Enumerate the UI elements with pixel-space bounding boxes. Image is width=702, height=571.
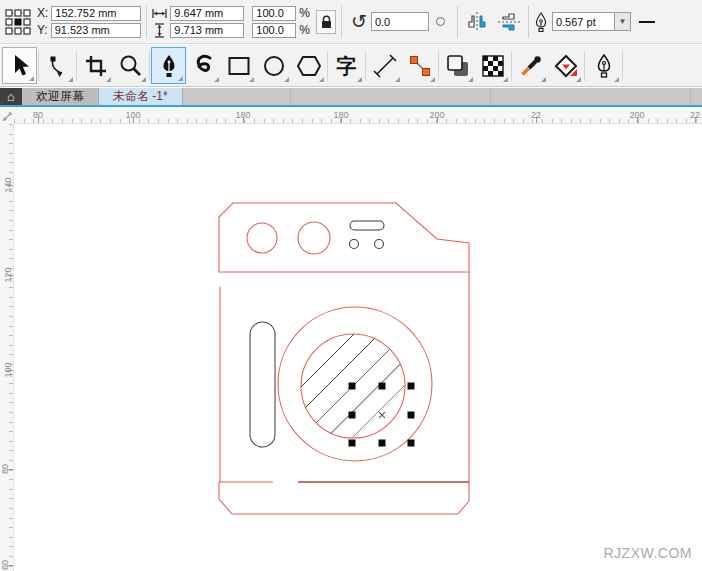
transparency-tool[interactable] xyxy=(475,47,510,84)
outline-pen-tool[interactable] xyxy=(586,47,621,84)
curve-hook-icon xyxy=(193,54,215,78)
divider xyxy=(584,51,585,81)
handle-top-left[interactable] xyxy=(349,383,356,390)
crop-tool[interactable] xyxy=(78,47,113,84)
dimension-icon xyxy=(373,54,397,78)
object-height-icon xyxy=(152,23,167,38)
knob-right[interactable] xyxy=(298,222,330,254)
checkerboard-icon xyxy=(482,55,504,77)
ruler-label: 22 xyxy=(531,110,541,120)
ruler-label: 180 xyxy=(235,110,250,120)
ruler-label: 80 xyxy=(33,110,43,120)
ellipse-tool[interactable] xyxy=(256,47,291,84)
percent-label-y: % xyxy=(299,23,310,37)
small-button-left[interactable] xyxy=(350,240,359,249)
line-style-preview[interactable] xyxy=(639,21,655,23)
scale-vertical-input[interactable] xyxy=(252,23,296,38)
rectangle-icon xyxy=(227,55,251,77)
zoom-tool[interactable] xyxy=(113,47,148,84)
handle-bottom-right[interactable] xyxy=(408,440,415,447)
rotation-icon: ↺ xyxy=(351,12,367,31)
text-tool[interactable]: 字 xyxy=(329,47,364,84)
magnifier-icon xyxy=(119,54,142,77)
divider xyxy=(146,6,147,38)
divider xyxy=(327,51,328,81)
scale-horizontal-input[interactable] xyxy=(252,6,296,21)
base-shape[interactable] xyxy=(219,482,469,514)
handle-top-right[interactable] xyxy=(408,383,415,390)
ruler-label: 180 xyxy=(333,110,348,120)
ruler-ticks xyxy=(14,119,702,123)
outline-width-combo[interactable]: ▼ xyxy=(552,12,631,31)
home-tab[interactable]: ⌂ xyxy=(0,88,22,105)
vertical-ruler[interactable]: 140 120 100 80 60 xyxy=(0,124,14,571)
display-slot[interactable] xyxy=(350,221,384,230)
handle-top-middle[interactable] xyxy=(379,383,386,390)
handle-middle-right[interactable] xyxy=(408,412,415,419)
crop-icon xyxy=(85,55,107,77)
outline-nib-icon xyxy=(595,54,613,78)
rotation-angle-input[interactable] xyxy=(371,12,429,31)
small-button-right[interactable] xyxy=(375,240,384,249)
mirror-vertical-button[interactable] xyxy=(495,9,523,35)
selection-center-marker[interactable] xyxy=(379,412,385,418)
connector-tool[interactable] xyxy=(402,47,437,84)
rotation-center-icon[interactable] xyxy=(436,17,445,26)
drop-shadow-tool[interactable] xyxy=(440,47,475,84)
ruler-label: 200 xyxy=(629,110,644,120)
divider xyxy=(438,51,439,81)
washing-machine-outline[interactable] xyxy=(219,203,469,514)
drawing-canvas[interactable]: RJZXW.COM xyxy=(14,124,702,571)
divider xyxy=(76,51,77,81)
ruler-label: 200 xyxy=(429,110,444,120)
ellipse-icon xyxy=(262,54,286,78)
divider xyxy=(38,51,39,81)
ruler-label: 100 xyxy=(125,110,140,120)
panel-details[interactable] xyxy=(250,221,384,447)
ruler-label: 22 xyxy=(690,110,700,120)
pen-tool[interactable] xyxy=(151,47,186,84)
document-tab-label: 未命名 -1* xyxy=(113,88,168,105)
divider xyxy=(457,6,458,38)
outline-width-icon xyxy=(534,12,548,32)
color-eyedropper-tool[interactable] xyxy=(513,47,548,84)
horizontal-ruler[interactable]: 80 100 180 180 200 22 200 22 xyxy=(14,109,702,124)
handle-bottom-left[interactable] xyxy=(349,440,356,447)
handle-middle-left[interactable] xyxy=(349,412,356,419)
top-panel-shape[interactable] xyxy=(219,203,469,272)
interactive-fill-tool[interactable] xyxy=(548,47,583,84)
object-height-input[interactable] xyxy=(170,23,244,38)
y-position-input[interactable] xyxy=(51,23,141,38)
ruler-label: 60 xyxy=(0,560,10,570)
fill-diamond-icon xyxy=(554,54,578,78)
ruler-label: 100 xyxy=(3,362,13,377)
drop-shadow-icon xyxy=(446,54,470,78)
ruler-origin-corner[interactable] xyxy=(0,109,14,124)
handle-bottom-middle[interactable] xyxy=(379,440,386,447)
tab-untitled-document[interactable]: 未命名 -1* xyxy=(99,88,183,105)
outline-width-input[interactable] xyxy=(552,12,614,31)
detergent-drawer[interactable] xyxy=(250,322,275,447)
pen-nib-icon xyxy=(160,54,178,78)
knob-left[interactable] xyxy=(247,223,277,253)
pick-arrow-icon xyxy=(9,54,31,78)
polygon-tool[interactable] xyxy=(291,47,326,84)
x-position-label: X: xyxy=(37,6,48,20)
bspline-tool[interactable] xyxy=(186,47,221,84)
property-bar: X: Y: % % xyxy=(0,0,702,44)
object-position-grid-icon xyxy=(5,9,31,35)
pick-tool[interactable] xyxy=(2,47,37,84)
chevron-down-icon[interactable]: ▼ xyxy=(614,12,631,31)
tab-separator xyxy=(490,90,491,105)
object-width-input[interactable] xyxy=(170,6,244,21)
divider xyxy=(365,51,366,81)
node-edit-icon xyxy=(46,54,70,78)
rectangle-tool[interactable] xyxy=(221,47,256,84)
shape-tool[interactable] xyxy=(40,47,75,84)
tab-welcome-screen[interactable]: 欢迎屏幕 xyxy=(22,88,99,105)
x-position-input[interactable] xyxy=(51,6,141,21)
lock-ratio-button[interactable] xyxy=(316,10,336,34)
dimension-tool[interactable] xyxy=(367,47,402,84)
mirror-horizontal-button[interactable] xyxy=(463,9,491,35)
connector-icon xyxy=(408,54,432,78)
